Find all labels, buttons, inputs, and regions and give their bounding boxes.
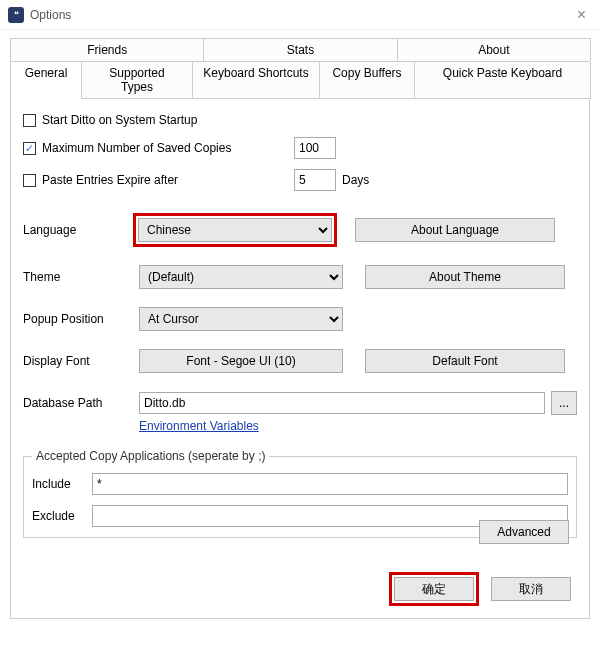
language-label: Language bbox=[23, 223, 133, 237]
tab-stats[interactable]: Stats bbox=[203, 38, 397, 61]
db-path-input[interactable] bbox=[139, 392, 545, 414]
row-popup: Popup Position At Cursor bbox=[23, 307, 577, 331]
expire-unit: Days bbox=[342, 173, 369, 187]
language-select[interactable]: Chinese bbox=[138, 218, 332, 242]
row-language: Language Chinese About Language bbox=[23, 213, 577, 247]
maxcopies-label: Maximum Number of Saved Copies bbox=[42, 141, 294, 155]
tab-general[interactable]: General bbox=[10, 61, 82, 99]
expire-label: Paste Entries Expire after bbox=[42, 173, 294, 187]
tab-quick-paste-keyboard[interactable]: Quick Paste Keyboard bbox=[414, 62, 591, 99]
include-input[interactable] bbox=[92, 473, 568, 495]
row-dbpath: Database Path ... bbox=[23, 391, 577, 415]
row-startup: Start Ditto on System Startup bbox=[23, 113, 577, 127]
app-icon: ❝ bbox=[8, 7, 24, 23]
row-maxcopies: Maximum Number of Saved Copies bbox=[23, 137, 577, 159]
cancel-button[interactable]: 取消 bbox=[491, 577, 571, 601]
ok-highlight: 确定 bbox=[389, 572, 479, 606]
font-button[interactable]: Font - Segoe UI (10) bbox=[139, 349, 343, 373]
window-title: Options bbox=[30, 8, 71, 22]
popup-label: Popup Position bbox=[23, 312, 133, 326]
close-icon[interactable]: × bbox=[571, 6, 592, 24]
advanced-button[interactable]: Advanced bbox=[479, 520, 569, 544]
startup-label: Start Ditto on System Startup bbox=[42, 113, 197, 127]
about-theme-button[interactable]: About Theme bbox=[365, 265, 565, 289]
expire-checkbox[interactable] bbox=[23, 174, 36, 187]
tab-copy-buffers[interactable]: Copy Buffers bbox=[319, 62, 415, 99]
tab-keyboard-shortcuts[interactable]: Keyboard Shortcuts bbox=[192, 62, 320, 99]
accepted-apps-legend: Accepted Copy Applications (seperate by … bbox=[32, 449, 269, 463]
tab-row-lower: General Supported Types Keyboard Shortcu… bbox=[10, 62, 590, 99]
default-font-button[interactable]: Default Font bbox=[365, 349, 565, 373]
tab-friends[interactable]: Friends bbox=[10, 38, 204, 61]
popup-select[interactable]: At Cursor bbox=[139, 307, 343, 331]
startup-checkbox[interactable] bbox=[23, 114, 36, 127]
row-envvars: Environment Variables bbox=[23, 419, 577, 433]
language-highlight: Chinese bbox=[133, 213, 337, 247]
db-browse-button[interactable]: ... bbox=[551, 391, 577, 415]
tab-supported-types[interactable]: Supported Types bbox=[81, 62, 193, 99]
theme-label: Theme bbox=[23, 270, 133, 284]
row-expire: Paste Entries Expire after Days bbox=[23, 169, 577, 191]
tab-panel-general: Start Ditto on System Startup Maximum Nu… bbox=[10, 99, 590, 619]
about-language-button[interactable]: About Language bbox=[355, 218, 555, 242]
row-font: Display Font Font - Segoe UI (10) Defaul… bbox=[23, 349, 577, 373]
environment-variables-link[interactable]: Environment Variables bbox=[139, 419, 259, 433]
maxcopies-checkbox[interactable] bbox=[23, 142, 36, 155]
include-label: Include bbox=[32, 477, 92, 491]
font-label: Display Font bbox=[23, 354, 133, 368]
row-theme: Theme (Default) About Theme bbox=[23, 265, 577, 289]
tab-row-upper: Friends Stats About bbox=[10, 38, 590, 62]
tab-about[interactable]: About bbox=[397, 38, 591, 61]
expire-input[interactable] bbox=[294, 169, 336, 191]
row-include: Include bbox=[32, 473, 568, 495]
maxcopies-input[interactable] bbox=[294, 137, 336, 159]
titlebar: ❝ Options × bbox=[0, 0, 600, 30]
ok-button[interactable]: 确定 bbox=[394, 577, 474, 601]
db-label: Database Path bbox=[23, 396, 133, 410]
theme-select[interactable]: (Default) bbox=[139, 265, 343, 289]
